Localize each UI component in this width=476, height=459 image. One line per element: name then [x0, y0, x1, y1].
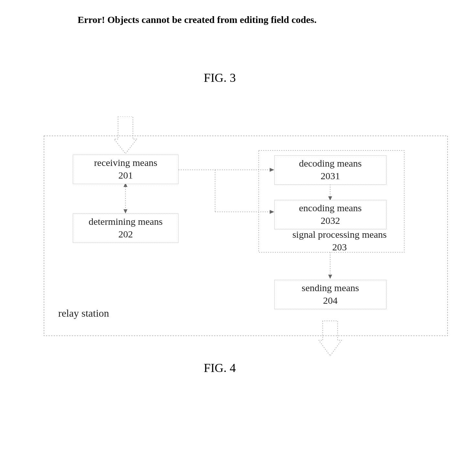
decoding-means-label: decoding means 2031 — [299, 158, 362, 181]
receiving-means-label: receiving means 201 — [94, 157, 157, 180]
relay-station-label: relay station — [58, 307, 109, 319]
svg-marker-10 — [270, 210, 274, 214]
encoding-means-label: encoding means 2032 — [299, 202, 362, 226]
error-message: Error! Objects cannot be created from ed… — [78, 14, 317, 25]
encoding-means-box: encoding means 2032 — [274, 200, 386, 229]
svg-marker-4 — [124, 209, 127, 213]
determining-means-label: determining means 202 — [89, 216, 163, 239]
determining-means-box: determining means 202 — [73, 213, 178, 243]
sending-means-box: sending means 204 — [274, 280, 386, 309]
svg-marker-14 — [328, 275, 332, 279]
fig3-label: FIG. 3 — [204, 71, 236, 85]
receiving-means-box: receiving means 201 — [73, 155, 178, 184]
decoding-means-box: decoding means 2031 — [274, 155, 386, 185]
relay-station-diagram: receiving means 201 determining means 20… — [39, 116, 453, 343]
signal-processing-label: signal processing means 203 — [291, 228, 388, 253]
sending-means-label: sending means 204 — [302, 282, 359, 306]
fig4-label: FIG. 4 — [204, 361, 236, 375]
svg-marker-8 — [270, 168, 274, 172]
